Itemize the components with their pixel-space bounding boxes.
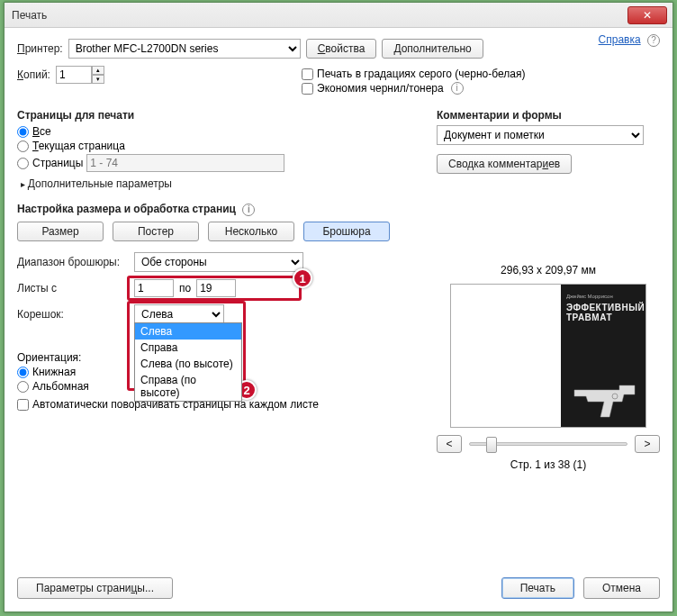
portrait-radio[interactable] [17, 367, 29, 378]
comments-section-title: Комментарии и формы [437, 109, 660, 122]
comments-select[interactable]: Документ и пометки [437, 125, 644, 145]
savetoner-checkbox[interactable] [302, 83, 313, 95]
comments-summary-button[interactable]: Сводка комментариевСводка комментариев [437, 154, 572, 174]
preview-slider[interactable] [469, 442, 627, 446]
preview-prev-button[interactable]: < [437, 435, 462, 453]
printer-label: ППринтер:ринтер: [17, 42, 63, 55]
copies-input[interactable] [56, 66, 92, 84]
savetoner-label: Экономия чернил/тонера [317, 82, 444, 95]
binding-dropdown-list: Слева Справа Слева (по высоте) Справа (п… [134, 322, 242, 402]
preview-pane: Джеймс Моррисон ЭФФЕКТИВНЫЙ ТРАВМАТ [450, 284, 646, 428]
properties-button[interactable]: СвойстваСвойства [306, 39, 377, 59]
sheets-sep: по [179, 282, 191, 294]
book-title-1: ЭФФЕКТИВНЫЙ [566, 303, 640, 313]
sheets-to-input[interactable] [196, 279, 236, 297]
close-button[interactable]: ✕ [627, 6, 667, 24]
binding-label: Корешок: [17, 308, 129, 321]
more-options-disclosure[interactable]: Дополнительные параметры [17, 174, 415, 192]
book-cover: Джеймс Моррисон ЭФФЕКТИВНЫЙ ТРАВМАТ [561, 285, 645, 427]
copies-up[interactable]: ▴ [92, 66, 104, 75]
pages-section-title: Страницы для печати [17, 109, 415, 122]
page-indicator: Стр. 1 из 38 (1) [437, 458, 660, 471]
printer-select[interactable]: Brother MFC-L2700DN series [68, 39, 301, 59]
pages-all-radio[interactable] [17, 126, 29, 138]
binding-option[interactable]: Справа (по высоте) [135, 372, 241, 401]
tab-multiple[interactable]: Несколько [208, 222, 294, 241]
binding-option[interactable]: Справа [135, 340, 241, 356]
grayscale-label: Печать в градациях серого (черно-белая) [317, 68, 525, 80]
sheets-label: Листы с [17, 282, 129, 294]
pages-current-label: Текущая страницаТекущая страница [32, 140, 125, 152]
book-author: Джеймс Моррисон [566, 294, 640, 299]
pages-range-radio[interactable] [17, 158, 29, 169]
binding-select[interactable]: Слева [134, 304, 224, 324]
copies-down[interactable]: ▾ [92, 75, 104, 84]
tab-poster[interactable]: Постер [113, 222, 199, 241]
copies-label: Копий:Копий: [17, 68, 50, 81]
info-icon[interactable]: i [242, 204, 255, 216]
autorotate-checkbox[interactable] [17, 399, 29, 411]
help-link[interactable]: Справка [599, 33, 641, 46]
pages-all-label: ВсеВсе [32, 125, 51, 138]
advanced-button[interactable]: ДополнительноДополнительно [382, 39, 483, 59]
pages-range-label: Страницы [32, 157, 83, 169]
preview-next-button[interactable]: > [635, 435, 660, 453]
landscape-label: Альбомная [32, 380, 89, 393]
tab-size[interactable]: Размер [17, 222, 104, 241]
callout-1: 1 [293, 268, 312, 288]
preview-dimensions: 296,93 x 209,97 мм [437, 264, 660, 276]
titlebar: Печать ✕ [5, 3, 672, 28]
pages-range-input[interactable] [86, 154, 284, 172]
portrait-label: Книжная [32, 366, 76, 378]
binding-option[interactable]: Слева [135, 323, 241, 340]
tab-booklet[interactable]: Брошюра [303, 222, 390, 241]
window-title: Печать [12, 9, 627, 22]
info-icon[interactable]: i [451, 82, 464, 95]
landscape-radio[interactable] [17, 381, 29, 393]
booklet-subset-select[interactable]: Обе стороны [134, 252, 303, 272]
cancel-button[interactable]: Отмена [583, 577, 660, 599]
booklet-subset-label: Диапазон брошюры: [17, 256, 129, 268]
print-dialog: Печать ✕ Справка ? ППринтер:ринтер: Brot… [4, 2, 673, 612]
help-icon[interactable]: ? [647, 34, 660, 47]
page-setup-button[interactable]: Параметры страницы...Параметры страницы.… [17, 577, 173, 599]
print-button[interactable]: Печать [501, 577, 574, 599]
binding-option[interactable]: Слева (по высоте) [135, 356, 241, 372]
pages-current-radio[interactable] [17, 140, 29, 152]
slider-thumb[interactable] [486, 437, 497, 453]
sizing-section-title: Настройка размера и обработка страниц i [17, 203, 415, 216]
book-title-2: ТРАВМАТ [566, 313, 640, 322]
pistol-icon [570, 376, 642, 421]
sheets-from-input[interactable] [134, 279, 174, 297]
grayscale-checkbox[interactable] [302, 68, 313, 80]
